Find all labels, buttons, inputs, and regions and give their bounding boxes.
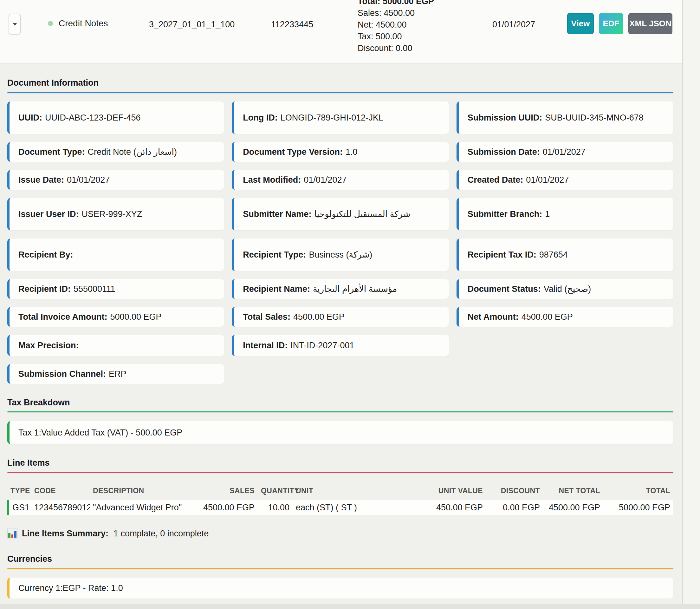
info-card-submission-date: Submission Date: 01/01/2027	[456, 142, 674, 162]
info-card-document-type: Document Type: Credit Note (اشعار دائن)	[7, 142, 224, 162]
card-value: UUID-ABC-123-DEF-456	[45, 113, 141, 123]
cell-unit: each (ST) ( ST )	[293, 500, 388, 515]
cell-type: GS1	[7, 500, 31, 515]
net-line: Net: 4500.00	[358, 19, 434, 31]
document-type-label: Credit Notes	[59, 18, 108, 29]
card-label: Last Modified:	[243, 175, 301, 185]
info-card-document-type-version: Document Type Version: 1.0	[232, 142, 449, 162]
section-title-document-information: Document Information	[7, 78, 674, 88]
info-card-submitter-branch: Submitter Branch: 1	[456, 198, 674, 230]
section-title-tax-breakdown: Tax Breakdown	[7, 398, 674, 407]
info-card-created-date: Created Date: 01/01/2027	[456, 170, 674, 190]
summary-label: Line Items Summary:	[22, 529, 108, 539]
col-header-unit: UNIT	[293, 487, 388, 495]
cell-unit-value: 450.00 EGP	[388, 500, 486, 515]
info-card-recipient-name: Recipient Name: مؤسسة الأهرام التجارية	[232, 279, 449, 299]
credit-note-row[interactable]: Credit Notes 3_2027_01_01_1_100 11223344…	[0, 0, 682, 64]
section-divider-green	[7, 412, 674, 412]
section-divider-blue	[7, 92, 674, 93]
card-label: Recipient Tax ID:	[468, 250, 536, 260]
card-value: 1	[545, 209, 550, 219]
cell-code: 123456789012	[31, 500, 90, 515]
info-card-total-invoice-amount: Total Invoice Amount: 5000.00 EGP	[7, 307, 224, 327]
card-label: Long ID:	[243, 113, 277, 123]
card-value: شركة المستقبل للتكنولوجيا	[314, 209, 410, 219]
card-value: 01/01/2027	[304, 175, 346, 185]
card-label: Recipient ID:	[18, 284, 71, 294]
status-dot-icon	[48, 21, 53, 26]
card-label: Document Status:	[468, 284, 541, 294]
section-divider-red	[7, 472, 674, 473]
card-label: Submission Date:	[468, 147, 540, 157]
col-header-total: TOTAL	[603, 487, 674, 495]
card-value: 01/01/2027	[67, 175, 110, 185]
total-line: Total: 5000.00 EGP	[358, 0, 434, 7]
card-value: 01/01/2027	[526, 175, 569, 185]
cell-quantity: 10.00	[258, 500, 293, 515]
info-card-long-id: Long ID: LONGID-789-GHI-012-JKL	[232, 102, 449, 134]
line-item-row[interactable]: GS1 123456789012 "Advanced Widget Pro" 4…	[7, 500, 674, 515]
cell-total: 5000.00 EGP	[603, 500, 674, 515]
tax-label: Tax 1:	[18, 428, 41, 438]
document-detail-panel: Document Information UUID: UUID-ABC-123-…	[0, 64, 682, 598]
info-card-recipient-id: Recipient ID: 555000111	[7, 279, 224, 299]
bottom-edge-strip	[0, 604, 700, 609]
line-items-summary: Line Items Summary: 1 complate, 0 incomp…	[7, 528, 674, 539]
currency-item: Currency 1: EGP - Rate: 1.0	[7, 578, 674, 598]
info-card-submission-channel: Submission Channel: ERP	[7, 364, 224, 384]
edf-button[interactable]: EDF	[599, 13, 623, 34]
card-value: 1.0	[345, 147, 358, 157]
tax-line: Tax: 500.00	[358, 31, 434, 42]
card-value: INT-ID-2027-001	[290, 341, 354, 350]
row-expander-button[interactable]	[8, 14, 21, 35]
card-label: Total Invoice Amount:	[18, 312, 107, 322]
card-label: Recipient By:	[18, 250, 73, 260]
info-card-issue-date: Issue Date: 01/01/2027	[7, 170, 224, 190]
card-value: Valid (صحيح)	[544, 284, 591, 294]
summary-value: 1 complate, 0 incomplete	[113, 529, 209, 539]
card-label: Submission Channel:	[18, 369, 106, 379]
section-title-line-items: Line Items	[7, 458, 674, 468]
col-header-unit-value: UNIT VALUE	[388, 487, 486, 495]
card-label: Issuer User ID:	[18, 209, 79, 219]
info-card-total-sales: Total Sales: 4500.00 EGP	[232, 307, 449, 327]
info-card-document-status: Document Status: Valid (صحيح)	[456, 279, 674, 299]
xml-json-button[interactable]: XML JSON	[628, 13, 672, 34]
card-label: Recipient Type:	[243, 250, 306, 260]
card-value: 987654	[539, 250, 568, 260]
chevron-down-icon	[13, 23, 17, 26]
bar-chart-icon	[7, 528, 17, 539]
tax-number: 112233445	[271, 20, 313, 30]
card-label: Internal ID:	[243, 341, 288, 350]
tax-breakdown-item: Tax 1: Value Added Tax (VAT) - 500.00 EG…	[7, 421, 674, 444]
card-label: Submitter Branch:	[468, 209, 542, 219]
card-label: Recipient Name:	[243, 284, 310, 294]
col-header-sales: SALES	[188, 487, 258, 495]
card-label: Issue Date:	[18, 175, 64, 185]
currency-value: EGP - Rate: 1.0	[63, 583, 123, 593]
section-divider-amber	[7, 568, 674, 569]
card-label: Submission UUID:	[468, 113, 542, 123]
card-value: 4500.00 EGP	[521, 312, 573, 322]
card-value: Credit Note (اشعار دائن)	[88, 147, 177, 157]
card-value: مؤسسة الأهرام التجارية	[313, 284, 397, 294]
card-label: Document Type:	[18, 147, 85, 157]
view-button[interactable]: View	[567, 13, 594, 34]
cell-sales: 4500.00 EGP	[188, 500, 258, 515]
section-title-currencies: Currencies	[7, 554, 674, 564]
card-value: USER-999-XYZ	[82, 209, 142, 219]
card-label: Total Sales:	[243, 312, 290, 322]
cell-description: "Advanced Widget Pro"	[90, 500, 188, 515]
info-card-uuid: UUID: UUID-ABC-123-DEF-456	[7, 102, 224, 134]
cell-discount: 0.00 EGP	[486, 500, 543, 515]
card-value: LONGID-789-GHI-012-JKL	[281, 113, 383, 123]
sales-line: Sales: 4500.00	[358, 7, 434, 19]
row-actions: View EDF XML JSON	[567, 13, 672, 34]
line-items-header-row: TYPE CODE DESCRIPTION SALES QUANTITY UNI…	[7, 487, 674, 495]
col-header-description: DESCRIPTION	[90, 487, 188, 495]
card-label: Document Type Version:	[243, 147, 343, 157]
card-label: Max Precision:	[18, 341, 79, 350]
card-value: Business (شركة)	[309, 250, 372, 260]
card-value: 4500.00 EGP	[293, 312, 345, 322]
info-card-issuer-user-id: Issuer User ID: USER-999-XYZ	[7, 198, 224, 230]
